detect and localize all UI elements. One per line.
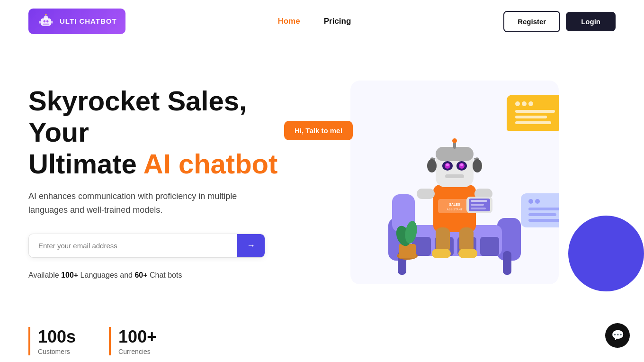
stat-customers-label: Customers <box>38 348 76 355</box>
hero-left: Skyrocket Sales, Your Ultimate AI chatbo… <box>28 85 294 280</box>
svg-text:ASSISTANT: ASSISTANT <box>447 208 463 211</box>
svg-rect-38 <box>458 249 477 258</box>
svg-rect-21 <box>399 244 416 258</box>
svg-point-47 <box>446 163 449 166</box>
svg-rect-32 <box>471 200 487 202</box>
register-button[interactable]: Register <box>503 11 560 32</box>
svg-point-2 <box>43 20 45 23</box>
stats-row: 100s Customers 100+ Currencies <box>0 317 644 355</box>
bubble-line-5 <box>528 213 556 216</box>
available-text: Available 100+ Languages and 60+ Chat bo… <box>28 271 294 280</box>
hero-title: Skyrocket Sales, Your Ultimate AI chatbo… <box>28 85 294 180</box>
nav-home[interactable]: Home <box>277 17 300 26</box>
email-form: → <box>28 234 265 258</box>
arrow-right-icon: → <box>247 241 255 251</box>
svg-rect-37 <box>432 249 451 258</box>
navbar: ULTI CHATBOT Home Pricing Register Login <box>0 0 644 43</box>
logo[interactable]: ULTI CHATBOT <box>28 9 125 34</box>
nav-links: Home Pricing <box>277 17 351 26</box>
svg-point-3 <box>46 20 49 23</box>
robot-illustration: SALES ASSISTANT <box>379 104 530 284</box>
chat-fab-icon: 💬 <box>611 329 624 342</box>
svg-rect-19 <box>480 237 499 256</box>
svg-rect-40 <box>436 147 474 161</box>
bubble-line-6 <box>528 219 559 222</box>
hero-right: Hi, Talk to me! <box>294 64 616 301</box>
logo-robot-icon <box>37 12 55 30</box>
svg-point-51 <box>452 138 457 143</box>
nav-actions: Register Login <box>503 11 616 32</box>
svg-point-6 <box>45 14 46 15</box>
svg-rect-25 <box>438 199 471 213</box>
blue-circle-decoration <box>568 216 644 291</box>
bubble-line-4 <box>528 208 559 210</box>
bubble-dot-5 <box>535 199 540 204</box>
hero-subtitle: AI enhances communication with proficien… <box>28 190 256 217</box>
stat-currencies: 100+ Currencies <box>109 327 176 355</box>
svg-rect-1 <box>44 16 48 19</box>
logo-text: ULTI CHATBOT <box>60 17 117 26</box>
svg-point-41 <box>427 159 437 172</box>
svg-rect-13 <box>503 251 511 275</box>
svg-rect-7 <box>39 20 41 23</box>
email-input[interactable] <box>29 234 237 257</box>
login-button[interactable]: Login <box>566 12 616 31</box>
stat-customers: 100s Customers <box>28 327 95 355</box>
hero-image-card: SALES ASSISTANT <box>350 81 559 284</box>
stat-currencies-label: Currencies <box>118 348 157 355</box>
svg-rect-8 <box>51 20 53 23</box>
nav-pricing[interactable]: Pricing <box>324 17 351 26</box>
svg-point-42 <box>473 159 482 172</box>
svg-rect-33 <box>471 204 484 206</box>
svg-rect-50 <box>453 142 456 149</box>
hero-section: Skyrocket Sales, Your Ultimate AI chatbo… <box>0 43 644 317</box>
svg-rect-34 <box>471 208 486 209</box>
stat-currencies-number: 100+ <box>118 327 157 347</box>
chat-fab-button[interactable]: 💬 <box>605 323 630 348</box>
email-submit-button[interactable]: → <box>237 234 265 257</box>
svg-rect-28 <box>417 189 435 199</box>
talk-badge: Hi, Talk to me! <box>284 121 353 140</box>
stat-customers-number: 100s <box>38 327 76 347</box>
svg-rect-49 <box>445 174 464 178</box>
svg-text:SALES: SALES <box>449 203 460 206</box>
svg-rect-4 <box>43 24 49 25</box>
svg-point-48 <box>460 163 463 166</box>
